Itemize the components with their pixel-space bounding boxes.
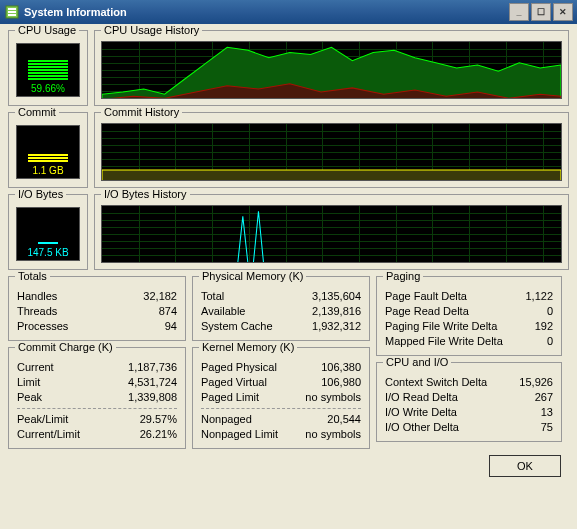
physmem-cache: 1,932,312 (312, 319, 361, 334)
io-write-delta: 13 (541, 405, 553, 420)
peak-limit-pct: 29.57% (140, 412, 177, 427)
cpu-usage-value: 59.66% (31, 83, 65, 94)
ok-button[interactable]: OK (489, 455, 561, 477)
commit-history-label: Commit History (101, 106, 182, 118)
totals-box: Totals Handles32,182 Threads874 Processe… (8, 276, 186, 341)
commit-label: Commit (15, 106, 59, 118)
cpu-io-box: CPU and I/O Context Switch Delta15,926 I… (376, 362, 562, 442)
io-history-box: I/O Bytes History (94, 194, 569, 270)
io-label: I/O Bytes (15, 188, 66, 200)
commit-current: 1,187,736 (128, 360, 177, 375)
physical-memory-box: Physical Memory (K) Total3,135,604 Avail… (192, 276, 370, 341)
context-switch-delta: 15,926 (519, 375, 553, 390)
cpu-usage-meter: CPU Usage 59.66% (8, 30, 88, 106)
physical-memory-title: Physical Memory (K) (199, 270, 306, 282)
kernel-memory-title: Kernel Memory (K) (199, 341, 297, 353)
commit-limit: 4,531,724 (128, 375, 177, 390)
paging-file-write-delta: 192 (535, 319, 553, 334)
app-icon (4, 4, 20, 20)
io-read-delta: 267 (535, 390, 553, 405)
commit-charge-title: Commit Charge (K) (15, 341, 116, 353)
threads-value: 874 (159, 304, 177, 319)
cpu-io-title: CPU and I/O (383, 356, 451, 368)
mapped-file-write-delta: 0 (547, 334, 553, 349)
svg-rect-3 (8, 14, 16, 16)
kmem-nonpaged-limit: no symbols (305, 427, 361, 442)
io-meter: I/O Bytes 147.5 KB (8, 194, 88, 270)
paging-box: Paging Page Fault Delta1,122 Page Read D… (376, 276, 562, 356)
kmem-paged-virt: 106,980 (321, 375, 361, 390)
cpu-history-graph (101, 41, 562, 99)
minimize-button[interactable]: _ (509, 3, 529, 21)
cpu-usage-label: CPU Usage (15, 24, 79, 36)
io-value: 147.5 KB (27, 247, 68, 258)
paging-title: Paging (383, 270, 423, 282)
totals-title: Totals (15, 270, 50, 282)
processes-value: 94 (165, 319, 177, 334)
page-read-delta: 0 (547, 304, 553, 319)
page-fault-delta: 1,122 (525, 289, 553, 304)
cpu-history-box: CPU Usage History (94, 30, 569, 106)
io-history-label: I/O Bytes History (101, 188, 190, 200)
commit-history-box: Commit History (94, 112, 569, 188)
kernel-memory-box: Kernel Memory (K) Paged Physical106,380 … (192, 347, 370, 449)
commit-meter: Commit 1.1 GB (8, 112, 88, 188)
handles-value: 32,182 (143, 289, 177, 304)
current-limit-pct: 26.21% (140, 427, 177, 442)
physmem-available: 2,139,816 (312, 304, 361, 319)
close-button[interactable]: ✕ (553, 3, 573, 21)
kmem-nonpaged: 20,544 (327, 412, 361, 427)
maximize-button[interactable]: ☐ (531, 3, 551, 21)
commit-value: 1.1 GB (32, 165, 63, 176)
commit-history-graph (101, 123, 562, 181)
commit-charge-box: Commit Charge (K) Current1,187,736 Limit… (8, 347, 186, 449)
io-history-graph (101, 205, 562, 263)
io-other-delta: 75 (541, 420, 553, 435)
content-area: CPU Usage 59.66% CPU Usage History (0, 24, 577, 483)
commit-peak: 1,339,808 (128, 390, 177, 405)
kmem-paged-phys: 106,380 (321, 360, 361, 375)
svg-rect-1 (8, 8, 16, 10)
cpu-history-label: CPU Usage History (101, 24, 202, 36)
svg-rect-2 (8, 11, 16, 13)
titlebar: System Information _ ☐ ✕ (0, 0, 577, 24)
physmem-total: 3,135,604 (312, 289, 361, 304)
window-title: System Information (24, 6, 509, 18)
kmem-paged-limit: no symbols (305, 390, 361, 405)
